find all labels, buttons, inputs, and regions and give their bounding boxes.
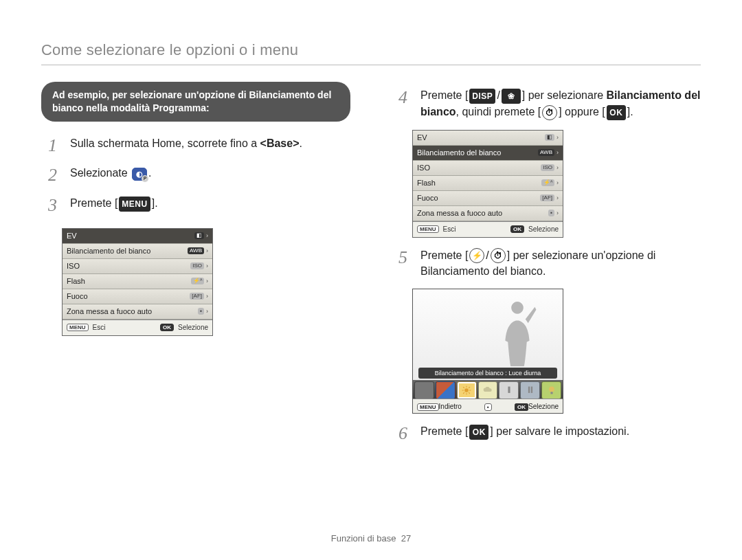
focus-area-icon: ▪ xyxy=(198,308,204,315)
sun-icon xyxy=(462,385,471,395)
step-number: 4 xyxy=(398,85,411,111)
camera-menu-screenshot-a: EV ◧› Bilanciamento del bianco AWB› ISO … xyxy=(62,228,213,336)
step-number: 1 xyxy=(48,133,60,159)
svg-line-7 xyxy=(469,388,470,389)
timer-button-icon: ⏱ xyxy=(491,248,506,263)
step-text: Sulla schermata Home, scorrete fino a <B… xyxy=(70,135,302,151)
ev-icon: ◧ xyxy=(545,134,554,141)
program-mode-icon: ◐ P xyxy=(132,168,147,181)
chevron-right-icon: › xyxy=(556,179,559,186)
menu-badge-icon: MENU xyxy=(67,324,89,331)
tungsten-icon xyxy=(548,385,556,395)
step-text: Premete [DISP/❀] per selezionare Bilanci… xyxy=(420,87,701,120)
svg-line-5 xyxy=(463,388,464,389)
wb-chip xyxy=(541,381,561,399)
menu-row: Flash ⚡ᴬ› xyxy=(413,176,563,191)
af-icon: [AF] xyxy=(190,293,204,300)
menu-row: Fuoco [AF]› xyxy=(413,191,563,206)
title-rule xyxy=(41,65,701,65)
fluorescent-icon xyxy=(505,385,513,395)
chevron-right-icon: › xyxy=(206,247,208,254)
step-text: Selezionate ◐ P . xyxy=(70,165,152,181)
flash-auto-icon: ⚡ᴬ xyxy=(191,278,204,284)
right-column: 4 Premete [DISP/❀] per selezionare Bilan… xyxy=(392,82,701,453)
ev-icon: ◧ xyxy=(194,232,204,239)
menu-row: ISO ISO› xyxy=(63,259,212,274)
awb-icon: AWB xyxy=(538,149,554,156)
ok-badge-icon: OK xyxy=(160,324,174,331)
menu-button-icon: MENU xyxy=(119,197,150,212)
menu-row: Bilanciamento del bianco AWB› xyxy=(413,146,563,161)
chevron-right-icon: › xyxy=(206,262,208,269)
svg-rect-13 xyxy=(550,392,552,394)
menu-badge-icon: MENU xyxy=(417,225,439,233)
timer-button-icon: ⏱ xyxy=(542,105,557,120)
step-text: Premete [OK] per salvare le impostazioni… xyxy=(420,423,629,440)
chevron-right-icon: › xyxy=(556,210,559,216)
focus-area-icon: ▪ xyxy=(548,210,554,216)
ok-badge-icon: OK xyxy=(510,225,524,233)
menu-row: Flash ⚡ᴬ› xyxy=(63,274,212,289)
step-2: 2 Selezionate ◐ P . xyxy=(48,165,350,188)
wb-chip xyxy=(478,381,498,399)
menu-badge-icon: MENU xyxy=(417,403,439,411)
wb-chip xyxy=(499,381,519,399)
cloud-icon xyxy=(483,387,493,394)
step-text: Premete [MENU]. xyxy=(70,195,158,212)
fluorescent2-icon xyxy=(526,385,535,395)
menu-row: Bilanciamento del bianco AWB› xyxy=(63,244,212,259)
example-callout: Ad esempio, per selezionare un'opzione d… xyxy=(41,82,350,122)
svg-line-6 xyxy=(469,393,470,394)
step-6: 6 Premete [OK] per salvare le impostazio… xyxy=(398,423,701,447)
nav-badge-icon: ▪ xyxy=(484,403,492,411)
step-text: Premete [⚡/⏱] per selezionare un'opzione… xyxy=(420,247,701,280)
chevron-right-icon: › xyxy=(206,278,208,284)
menu-row: EV ◧› xyxy=(413,131,563,146)
page-footer: Funzioni di base 27 xyxy=(0,533,742,544)
chevron-right-icon: › xyxy=(556,194,559,201)
step-4: 4 Premete [DISP/❀] per selezionare Bilan… xyxy=(398,87,701,120)
step-number: 2 xyxy=(48,162,60,188)
svg-rect-9 xyxy=(508,387,510,393)
chevron-right-icon: › xyxy=(206,308,208,315)
step-3: 3 Premete [MENU]. xyxy=(48,195,350,219)
af-icon: [AF] xyxy=(540,194,554,201)
svg-rect-11 xyxy=(530,387,532,393)
menu-row: EV ◧› xyxy=(63,229,212,244)
svg-point-0 xyxy=(464,389,469,393)
chevron-right-icon: › xyxy=(556,149,559,156)
macro-button-icon: ❀ xyxy=(502,89,521,104)
step-number: 3 xyxy=(48,192,60,219)
step-number: 6 xyxy=(398,421,411,447)
svg-rect-10 xyxy=(528,387,530,393)
menu-rows: EV ◧› Bilanciamento del bianco AWB› ISO … xyxy=(413,131,563,221)
chevron-right-icon: › xyxy=(556,134,559,141)
ok-badge-icon: OK xyxy=(515,403,528,411)
iso-icon: ISO xyxy=(190,262,204,269)
chevron-right-icon: › xyxy=(206,293,208,300)
flash-button-icon: ⚡ xyxy=(469,248,484,263)
chevron-right-icon: › xyxy=(556,164,559,171)
iso-icon: ISO xyxy=(541,164,554,171)
wb-option-strip xyxy=(413,380,563,401)
wb-chip xyxy=(436,381,456,399)
page-title: Come selezionare le opzioni o i menu xyxy=(41,41,701,59)
manual-page: Come selezionare le opzioni o i menu Ad … xyxy=(0,0,742,560)
menu-row: ISO ISO› xyxy=(413,161,563,176)
wb-chip xyxy=(520,381,540,399)
wb-footer: MENUIndietro ▪ OKSelezione xyxy=(413,399,563,413)
awb-icon: AWB xyxy=(188,247,204,254)
wb-chip-selected xyxy=(457,381,477,399)
wb-caption: Bilanciamento del bianco : Luce diurna xyxy=(418,368,557,379)
disp-button-icon: DISP xyxy=(469,89,495,104)
flash-auto-icon: ⚡ᴬ xyxy=(541,179,554,186)
step-number: 5 xyxy=(398,245,411,271)
camera-menu-screenshot-b: EV ◧› Bilanciamento del bianco AWB› ISO … xyxy=(412,130,563,238)
step-1: 1 Sulla schermata Home, scorrete fino a … xyxy=(48,135,350,159)
ok-button-icon: OK xyxy=(607,105,626,120)
two-column-layout: Ad esempio, per selezionare un'opzione d… xyxy=(41,82,701,453)
svg-point-12 xyxy=(549,387,554,392)
menu-footer: MENUEsci OKSelezione xyxy=(413,221,563,237)
menu-footer: MENUEsci OKSelezione xyxy=(63,320,212,335)
wb-chip xyxy=(414,381,434,399)
